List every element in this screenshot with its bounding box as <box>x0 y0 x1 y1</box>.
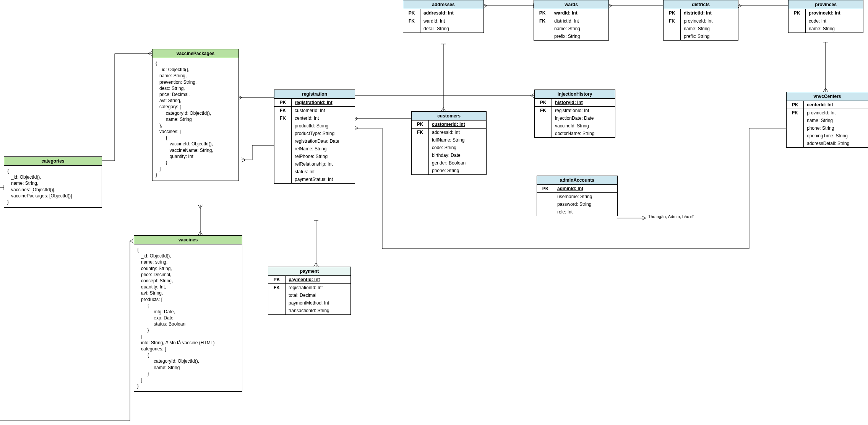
key-cell <box>664 33 681 40</box>
field-cell: password: String <box>554 200 618 208</box>
field-cell: relRelationship: Int <box>292 160 355 168</box>
entity-table: PKhistoryId: IntFKregistrationId: Intinj… <box>535 99 615 137</box>
key-cell: PK <box>535 99 552 107</box>
key-cell <box>535 130 552 137</box>
field-row: phone: String <box>787 124 868 132</box>
key-cell: FK <box>274 114 292 122</box>
key-cell <box>268 307 286 314</box>
field-row: status: Int <box>274 168 355 176</box>
field-row: gender: Boolean <box>412 159 486 167</box>
field-row: openingTime: String <box>787 132 868 140</box>
field-cell: prefix: String <box>681 33 738 40</box>
field-cell: name: String <box>681 25 738 33</box>
entity-vnvcCenters: vnvcCentersPKcenterId: IntFKprovinceId: … <box>786 92 868 148</box>
field-cell: addressId: Int <box>429 129 487 137</box>
entity-title: districts <box>664 0 738 9</box>
field-row: prefix: String <box>664 33 738 40</box>
field-cell: code: String <box>429 144 487 151</box>
entity-title: injectionHistory <box>535 90 615 99</box>
key-cell <box>535 122 552 130</box>
connector-layer <box>0 0 868 425</box>
field-row: phone: String <box>412 167 486 174</box>
key-cell <box>534 33 551 40</box>
field-cell: transactionId: String <box>286 307 351 314</box>
field-row: username: String <box>537 193 617 201</box>
field-cell: fullName: String <box>429 136 487 144</box>
key-cell: FK <box>534 17 551 25</box>
field-cell: relPhone: String <box>292 153 355 160</box>
entity-registration: registrationPKregistrationId: IntFKcusto… <box>274 90 355 184</box>
key-cell <box>274 160 292 168</box>
field-cell: provinceId: Int <box>804 109 868 117</box>
field-cell: provinceId: Int <box>681 17 738 25</box>
field-cell: injectionDate: Date <box>552 114 615 122</box>
pk-row: PKcustomerId: Int <box>412 120 486 129</box>
entity-body: { _id: ObjectId(), name: String, vaccine… <box>4 166 102 207</box>
key-cell <box>787 124 804 132</box>
key-cell <box>412 159 429 167</box>
field-cell: wardId: Int <box>420 17 484 25</box>
pk-field: provinceId: Int <box>806 9 863 17</box>
pk-field: paymentId: Int <box>286 276 351 284</box>
key-cell <box>274 153 292 160</box>
entity-table: PKaddressId: IntFKwardId: Intdetail: Str… <box>403 9 483 33</box>
key-cell <box>274 168 292 176</box>
entity-injectionHistory: injectionHistoryPKhistoryId: IntFKregist… <box>534 90 615 138</box>
entity-table: PKcenterId: IntFKprovinceId: Intname: St… <box>787 101 868 147</box>
entity-title: provinces <box>789 0 863 9</box>
key-cell <box>274 145 292 153</box>
key-cell: FK <box>403 17 420 25</box>
key-cell <box>537 193 554 201</box>
field-row: transactionId: String <box>268 307 350 314</box>
entity-payment: paymentPKpaymentId: IntFKregistrationId:… <box>268 267 351 315</box>
entity-title: adminAccounts <box>537 176 617 185</box>
field-row: productId: String <box>274 122 355 130</box>
key-cell <box>664 25 681 33</box>
key-cell <box>412 167 429 174</box>
entity-table: PKdistrictId: IntFKprovinceId: Intname: … <box>664 9 738 40</box>
key-cell: FK <box>664 17 681 25</box>
field-cell: birthday: Date <box>429 151 487 159</box>
key-cell: PK <box>268 276 286 284</box>
field-row: vaccineId: String <box>535 122 615 130</box>
entity-adminAccounts: adminAccountsPKadminId: Intusername: Str… <box>537 176 618 216</box>
key-cell <box>412 144 429 151</box>
pk-row: PKwardId: Int <box>534 9 608 17</box>
field-cell: openingTime: String <box>804 132 868 140</box>
field-row: FKregistrationId: Int <box>268 284 350 292</box>
entity-vaccines: vaccines { _id: ObjectId(), name: string… <box>134 235 242 392</box>
field-row: code: String <box>412 144 486 151</box>
pk-field: centerId: Int <box>804 101 868 109</box>
entity-provinces: provincesPKprovinceId: Intcode: Intname:… <box>788 0 863 33</box>
entity-categories: categories { _id: ObjectId(), name: Stri… <box>4 156 102 208</box>
entity-table: PKregistrationId: IntFKcustomerId: IntFK… <box>274 99 355 183</box>
field-row: fullName: String <box>412 136 486 144</box>
field-row: name: String <box>789 25 863 33</box>
pk-row: PKadminId: Int <box>537 185 617 193</box>
field-cell: status: Int <box>292 168 355 176</box>
key-cell <box>537 208 554 216</box>
key-cell <box>274 122 292 130</box>
field-cell: phone: String <box>804 124 868 132</box>
field-row: detail: String <box>403 25 483 33</box>
key-cell <box>787 140 804 147</box>
key-cell <box>412 136 429 144</box>
key-cell: PK <box>534 9 551 17</box>
entity-table: PKpaymentId: IntFKregistrationId: Inttot… <box>268 276 350 314</box>
key-cell <box>789 17 806 25</box>
field-cell: name: String <box>806 25 863 33</box>
entity-title: vaccines <box>134 236 242 244</box>
key-cell: PK <box>537 185 554 193</box>
field-cell: registrationId: Int <box>552 107 615 115</box>
key-cell: FK <box>274 107 292 115</box>
key-cell <box>534 25 551 33</box>
field-cell: vaccineId: String <box>552 122 615 130</box>
entity-body: { _id: ObjectId(), name: String, prevent… <box>153 58 238 181</box>
key-cell: PK <box>789 9 806 17</box>
entity-table: PKwardId: IntFKdistrictId: Intname: Stri… <box>534 9 608 40</box>
key-cell: PK <box>403 9 420 17</box>
entity-addresses: addressesPKaddressId: IntFKwardId: Intde… <box>403 0 484 33</box>
field-cell: username: String <box>554 193 618 201</box>
entity-customers: customersPKcustomerId: IntFKaddressId: I… <box>411 111 487 175</box>
entity-title: wards <box>534 0 608 9</box>
